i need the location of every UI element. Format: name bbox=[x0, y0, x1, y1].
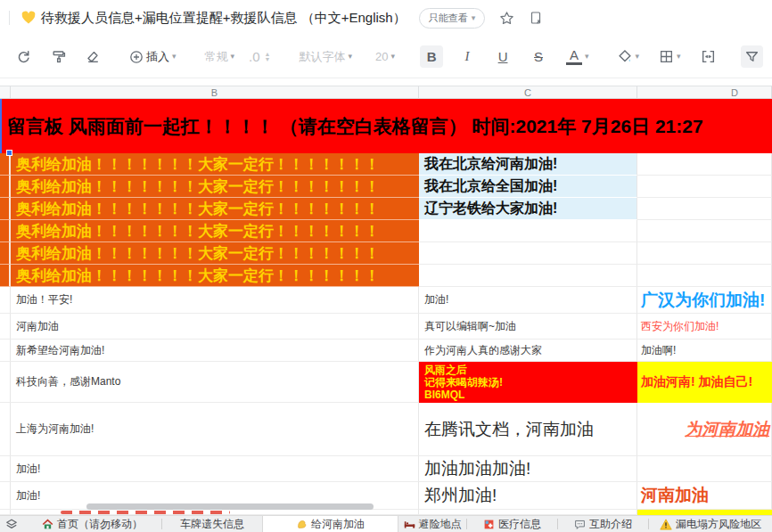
cell-c[interactable]: 风雨之后 记得来喝胡辣汤! BI6MQL bbox=[419, 362, 637, 403]
bold-button[interactable]: B bbox=[420, 45, 443, 68]
cell-b[interactable]: 加油！平安! bbox=[11, 287, 419, 314]
sheet-tab-shelter[interactable]: 避险地点 bbox=[398, 516, 466, 532]
cell-a[interactable] bbox=[0, 510, 11, 515]
cell-b[interactable]: 奥利给加油！！！！！！！大家一定行！！！！！！！ bbox=[11, 153, 419, 176]
sheet-tab-label: 车牌遗失信息 bbox=[180, 517, 244, 532]
left-divider bbox=[9, 11, 10, 25]
filter-button[interactable] bbox=[741, 45, 763, 68]
sheet-tab-medical[interactable]: 医疗信息 bbox=[467, 516, 557, 532]
cell-c[interactable] bbox=[419, 265, 637, 287]
banner-row[interactable]: 留言板 风雨面前一起扛！！！！ （请在空白表格留言） 时间:2021年 7月26… bbox=[0, 99, 772, 153]
cell-a[interactable] bbox=[0, 403, 11, 456]
cell-d[interactable] bbox=[637, 510, 772, 515]
cell-d[interactable] bbox=[637, 176, 772, 198]
format-painter-icon[interactable] bbox=[47, 45, 70, 68]
cell-text: 河南加油 bbox=[641, 484, 709, 507]
cell-text: 记得来喝胡辣汤! bbox=[424, 376, 503, 389]
eraser-icon[interactable] bbox=[82, 45, 104, 68]
cell-c[interactable]: 加油加油加油! bbox=[419, 456, 637, 482]
sheet-list-icon[interactable] bbox=[0, 516, 23, 532]
cell-c[interactable] bbox=[419, 220, 637, 242]
cell-d[interactable] bbox=[637, 265, 772, 287]
cell-b[interactable]: 奥利给加油！！！！！！！大家一定行！！！！！！！ bbox=[11, 242, 419, 265]
decimal-stepper[interactable]: .0 ▲▼ bbox=[245, 45, 274, 68]
cell-a[interactable] bbox=[0, 456, 11, 482]
cell-d[interactable]: 广汉为你们加油! bbox=[637, 287, 772, 314]
star-icon[interactable] bbox=[499, 11, 514, 26]
cell-b[interactable]: 奥利给加油！！！！！！！大家一定行！！！！！！！ bbox=[11, 220, 419, 242]
cell-c[interactable]: 真可以编辑啊~加油 bbox=[419, 314, 637, 340]
cell-c[interactable]: 辽宁老铁给大家加油! bbox=[419, 198, 637, 220]
cell-c[interactable]: 我在北京给河南加油! bbox=[419, 153, 637, 176]
cell-c[interactable] bbox=[419, 510, 637, 515]
column-header-b[interactable]: B bbox=[11, 86, 419, 98]
strikethrough-button[interactable]: S bbox=[527, 45, 550, 68]
cell-a[interactable] bbox=[0, 242, 11, 265]
selection-handle[interactable] bbox=[6, 150, 12, 156]
cell-a[interactable] bbox=[0, 153, 11, 176]
italic-button[interactable]: I bbox=[456, 45, 479, 68]
font-name-dropdown[interactable]: 默认字体 ▾ bbox=[296, 45, 357, 69]
cell-a[interactable] bbox=[0, 482, 11, 510]
cell-d[interactable] bbox=[637, 456, 772, 482]
cell-a[interactable] bbox=[0, 176, 11, 198]
cell-b[interactable]: 奥利给加油！！！！！！！大家一定行！！！！！！！ bbox=[11, 265, 419, 287]
borders-button[interactable]: ▾ bbox=[655, 45, 685, 68]
spreadsheet-grid: B C D 留言板 风雨面前一起扛！！！！ （请在空白表格留言） 时间:2021… bbox=[0, 86, 772, 515]
sheet-tab-risk-areas[interactable]: 漏电塌方风险地区 bbox=[649, 516, 772, 532]
cell-b[interactable]: 奥利给加油！！！！！！！大家一定行！！！！！！！ bbox=[11, 176, 419, 198]
cell-a[interactable] bbox=[0, 287, 11, 314]
redo-icon[interactable] bbox=[12, 45, 35, 68]
cell-c[interactable]: 加油! bbox=[419, 287, 637, 314]
warning-icon bbox=[660, 519, 672, 530]
cell-d[interactable] bbox=[637, 242, 772, 265]
font-color-button[interactable]: A ▾ bbox=[563, 45, 593, 69]
cell-c[interactable]: 作为河南人真的感谢大家 bbox=[419, 340, 637, 362]
cell-d[interactable]: 为河南加油 bbox=[637, 403, 772, 456]
sheet-tab-mutual-aid[interactable]: 互助介绍 bbox=[558, 516, 648, 532]
cell-text: 加油啊! bbox=[641, 343, 676, 358]
table-row: 奥利给加油！！！！！！！大家一定行！！！！！！！ 我在北京给全国加油! bbox=[0, 176, 772, 198]
sheet-tab-license-lost[interactable]: 车牌遗失信息 bbox=[162, 516, 262, 532]
cell-d[interactable] bbox=[637, 198, 772, 220]
cell-a[interactable] bbox=[0, 340, 11, 362]
font-size-dropdown[interactable]: 20 ▾ bbox=[372, 46, 398, 67]
permission-badge[interactable]: 只能查看 ▾ bbox=[419, 8, 486, 29]
column-header-c[interactable]: C bbox=[419, 86, 637, 98]
cell-d[interactable]: 加油啊! bbox=[637, 340, 772, 362]
cell-d[interactable] bbox=[637, 153, 772, 176]
cell-d[interactable]: 西安为你们加油! bbox=[637, 314, 772, 340]
cell-c[interactable] bbox=[419, 242, 637, 265]
cell-b[interactable]: 河南加油 bbox=[11, 314, 419, 340]
sheet-tab-home[interactable]: 首页（请勿移动） bbox=[23, 516, 161, 532]
share-icon[interactable] bbox=[529, 11, 543, 26]
cell-c[interactable]: 郑州加油! bbox=[419, 482, 637, 510]
cell-b[interactable]: 科技向善，感谢Manto bbox=[11, 362, 419, 403]
decimal-label: .0 bbox=[249, 49, 260, 64]
cell-a[interactable] bbox=[0, 220, 11, 242]
cell-c[interactable]: 在腾讯文档，河南加油 bbox=[419, 403, 637, 456]
cell-a[interactable] bbox=[0, 314, 11, 340]
cell-a[interactable] bbox=[0, 198, 11, 220]
cell-b[interactable]: 上海为河南加油! bbox=[11, 403, 419, 456]
column-header-a[interactable] bbox=[0, 86, 11, 98]
cell-b[interactable]: 奥利给加油！！！！！！！大家一定行！！！！！！！ bbox=[11, 198, 419, 220]
cell-d[interactable]: 加油河南! 加油自己! bbox=[637, 362, 772, 403]
cell-c[interactable]: 我在北京给全国加油! bbox=[419, 176, 637, 198]
merge-cells-button[interactable] bbox=[697, 45, 719, 68]
cell-d[interactable] bbox=[637, 220, 772, 242]
sheet-tab-henan-cheer[interactable]: 给河南加油 bbox=[262, 516, 398, 532]
number-format-dropdown[interactable]: 常规 ▾ bbox=[201, 45, 239, 69]
cell-b[interactable]: 新希望给河南加油! bbox=[11, 340, 419, 362]
cell-b[interactable] bbox=[11, 510, 419, 515]
insert-button[interactable]: 插入 ▾ bbox=[126, 45, 180, 69]
fill-color-button[interactable]: ▾ bbox=[614, 45, 644, 68]
column-header-d[interactable]: D bbox=[637, 86, 772, 98]
cell-d[interactable]: 河南加油 bbox=[637, 482, 772, 510]
cell-a[interactable] bbox=[0, 265, 11, 287]
cell-text: 作为河南人真的感谢大家 bbox=[424, 343, 542, 358]
horizontal-scrollbar[interactable] bbox=[86, 503, 374, 510]
underline-button[interactable]: U bbox=[491, 45, 514, 68]
cell-b[interactable]: 加油! bbox=[11, 456, 419, 482]
cell-a[interactable] bbox=[0, 362, 11, 403]
